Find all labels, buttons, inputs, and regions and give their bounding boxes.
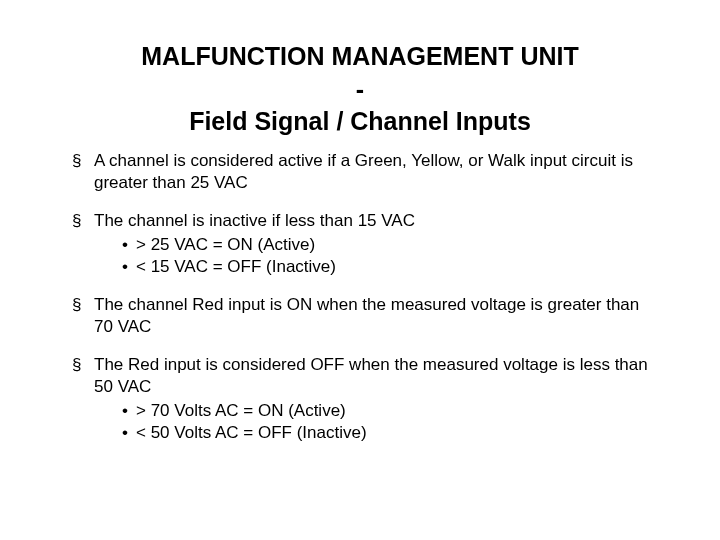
title-line-1: MALFUNCTION MANAGEMENT UNIT: [141, 42, 578, 70]
sub-list: > 70 Volts AC = ON (Active) < 50 Volts A…: [94, 400, 660, 444]
bullet-text: The channel is inactive if less than 15 …: [94, 211, 415, 230]
bullet-text: The Red input is considered OFF when the…: [94, 355, 648, 396]
list-item: The Red input is considered OFF when the…: [78, 354, 660, 444]
sub-item: < 15 VAC = OFF (Inactive): [122, 256, 660, 278]
bullet-text: The channel Red input is ON when the mea…: [94, 295, 639, 336]
list-item: The channel Red input is ON when the mea…: [78, 294, 660, 338]
sub-item: > 70 Volts AC = ON (Active): [122, 400, 660, 422]
slide-title: MALFUNCTION MANAGEMENT UNIT - Field Sign…: [60, 40, 660, 138]
title-line-2: -: [356, 75, 364, 103]
list-item: A channel is considered active if a Gree…: [78, 150, 660, 194]
bullet-text: A channel is considered active if a Gree…: [94, 151, 633, 192]
sub-item: > 25 VAC = ON (Active): [122, 234, 660, 256]
sub-item: < 50 Volts AC = OFF (Inactive): [122, 422, 660, 444]
sub-list: > 25 VAC = ON (Active) < 15 VAC = OFF (I…: [94, 234, 660, 278]
title-line-3: Field Signal / Channel Inputs: [189, 107, 531, 135]
list-item: The channel is inactive if less than 15 …: [78, 210, 660, 278]
bullet-list: A channel is considered active if a Gree…: [60, 150, 660, 445]
